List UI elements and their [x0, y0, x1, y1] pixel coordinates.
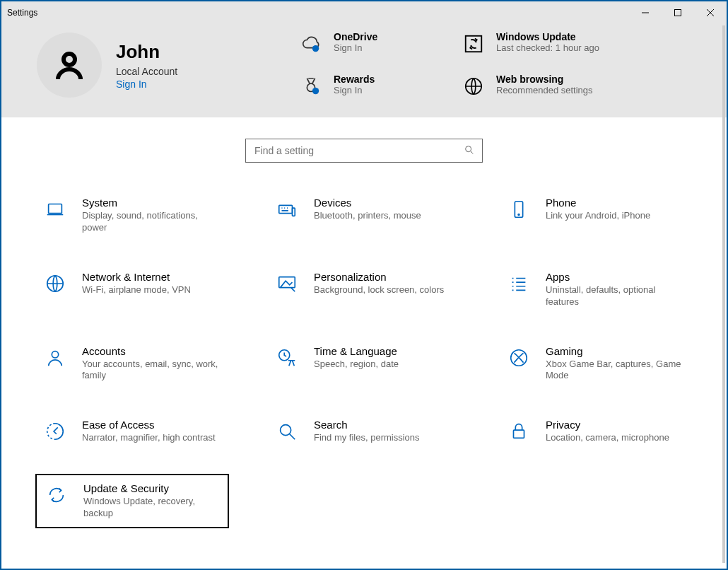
cat-title: Gaming: [546, 345, 686, 357]
keyboard-icon: [274, 197, 300, 222]
window-title: Settings: [7, 8, 37, 18]
status-web-browsing[interactable]: Web browsing Recommended settings: [461, 74, 616, 99]
search-box[interactable]: [245, 139, 483, 163]
svg-rect-19: [514, 430, 524, 438]
medal-icon: [298, 74, 324, 99]
cat-sub: Bluetooth, printers, mouse: [314, 210, 421, 222]
cat-title: Apps: [546, 271, 686, 283]
status-title: Web browsing: [496, 74, 593, 85]
search-icon: [464, 144, 475, 158]
cat-accounts[interactable]: Accounts Your accounts, email, sync, wor…: [37, 339, 228, 388]
cat-system[interactable]: System Display, sound, notifications, po…: [37, 191, 228, 240]
cat-sub: Find my files, permissions: [314, 432, 420, 444]
scrollbar[interactable]: [722, 25, 725, 563]
sign-in-link[interactable]: Sign In: [116, 78, 147, 90]
apps-list-icon: [506, 271, 532, 296]
cat-sub: Windows Update, recovery, backup: [83, 496, 221, 520]
cat-ease-of-access[interactable]: Ease of Access Narrator, magnifier, high…: [37, 413, 228, 450]
cat-sub: Display, sound, notifications, power: [82, 210, 222, 234]
search-row: [1, 139, 727, 163]
status-rewards[interactable]: Rewards Sign In: [298, 74, 454, 99]
svg-point-2: [312, 45, 319, 52]
cloud-icon: [298, 31, 324, 57]
status-title: Rewards: [334, 74, 375, 85]
status-sub: Sign In: [334, 85, 375, 95]
globe-icon: [42, 271, 68, 296]
avatar-icon: [37, 33, 102, 98]
user-block[interactable]: John Local Account Sign In: [37, 31, 270, 99]
cat-sub: Xbox Game Bar, captures, Game Mode: [546, 359, 686, 383]
svg-rect-8: [49, 204, 62, 214]
ease-of-access-icon: [42, 419, 68, 444]
svg-point-12: [518, 214, 519, 216]
search-input[interactable]: [253, 144, 464, 157]
close-button[interactable]: [694, 1, 727, 24]
maximize-button[interactable]: [662, 1, 694, 24]
cat-sub: Uninstall, defaults, optional features: [546, 284, 686, 308]
cat-search[interactable]: Search Find my files, permissions: [269, 413, 459, 450]
paintbrush-icon: [274, 271, 300, 296]
svg-rect-0: [675, 10, 681, 16]
lock-icon: [506, 419, 532, 444]
svg-rect-10: [293, 208, 295, 216]
minimize-button[interactable]: [629, 1, 662, 24]
cat-sub: Narrator, magnifier, high contrast: [82, 432, 216, 444]
cat-title: Personalization: [314, 271, 444, 283]
svg-rect-3: [466, 36, 482, 52]
user-name: John: [116, 41, 177, 63]
cat-title: Ease of Access: [82, 419, 216, 431]
cat-title: Phone: [546, 197, 650, 209]
cat-title: Search: [314, 419, 420, 431]
search-icon: [274, 419, 300, 444]
cat-devices[interactable]: Devices Bluetooth, printers, mouse: [269, 191, 459, 240]
cat-update-security[interactable]: Update & Security Windows Update, recove…: [35, 474, 229, 528]
svg-point-5: [312, 88, 319, 94]
cat-phone[interactable]: Phone Link your Android, iPhone: [500, 191, 691, 240]
cat-time-language[interactable]: Time & Language Speech, region, date: [269, 339, 459, 388]
status-windows-update[interactable]: Windows Update Last checked: 1 hour ago: [461, 31, 616, 57]
status-title: OneDrive: [334, 31, 377, 42]
svg-point-1: [64, 54, 75, 65]
status-sub: Recommended settings: [496, 85, 593, 95]
cat-apps[interactable]: Apps Uninstall, defaults, optional featu…: [500, 265, 691, 314]
cat-privacy[interactable]: Privacy Location, camera, microphone: [500, 413, 691, 450]
phone-icon: [506, 197, 532, 222]
status-sub: Last checked: 1 hour ago: [496, 42, 599, 53]
cat-network[interactable]: Network & Internet Wi-Fi, airplane mode,…: [37, 265, 228, 314]
cat-title: System: [82, 197, 222, 209]
cat-sub: Speech, region, date: [314, 359, 399, 371]
categories-grid: System Display, sound, notifications, po…: [1, 163, 727, 541]
cat-title: Network & Internet: [82, 271, 191, 283]
xbox-icon: [506, 345, 532, 371]
cat-sub: Link your Android, iPhone: [546, 210, 650, 222]
title-bar: Settings: [1, 1, 727, 24]
cat-personalization[interactable]: Personalization Background, lock screen,…: [269, 265, 459, 314]
svg-point-15: [52, 351, 58, 357]
update-icon: [44, 482, 69, 508]
cat-title: Time & Language: [314, 345, 399, 357]
svg-point-7: [466, 146, 471, 151]
status-grid: OneDrive Sign In Windows Update Last che…: [298, 31, 616, 99]
status-onedrive[interactable]: OneDrive Sign In: [298, 31, 454, 57]
cat-gaming[interactable]: Gaming Xbox Game Bar, captures, Game Mod…: [500, 339, 691, 388]
cat-title: Privacy: [546, 419, 669, 431]
header-panel: John Local Account Sign In OneDrive Sign…: [1, 24, 727, 117]
globe-icon: [461, 74, 486, 99]
svg-point-18: [281, 425, 291, 436]
account-type: Local Account: [116, 66, 177, 77]
cat-title: Accounts: [82, 345, 222, 357]
status-sub: Sign In: [334, 42, 377, 53]
svg-rect-9: [279, 205, 293, 213]
laptop-icon: [42, 197, 68, 222]
cat-title: Update & Security: [83, 482, 221, 494]
cat-sub: Your accounts, email, sync, work, family: [82, 359, 222, 383]
sync-icon: [461, 31, 486, 57]
person-icon: [42, 345, 68, 371]
cat-title: Devices: [314, 197, 421, 209]
time-language-icon: [274, 345, 300, 371]
cat-sub: Location, camera, microphone: [546, 432, 669, 444]
cat-sub: Wi-Fi, airplane mode, VPN: [82, 284, 191, 296]
status-title: Windows Update: [496, 31, 599, 42]
cat-sub: Background, lock screen, colors: [314, 284, 444, 296]
